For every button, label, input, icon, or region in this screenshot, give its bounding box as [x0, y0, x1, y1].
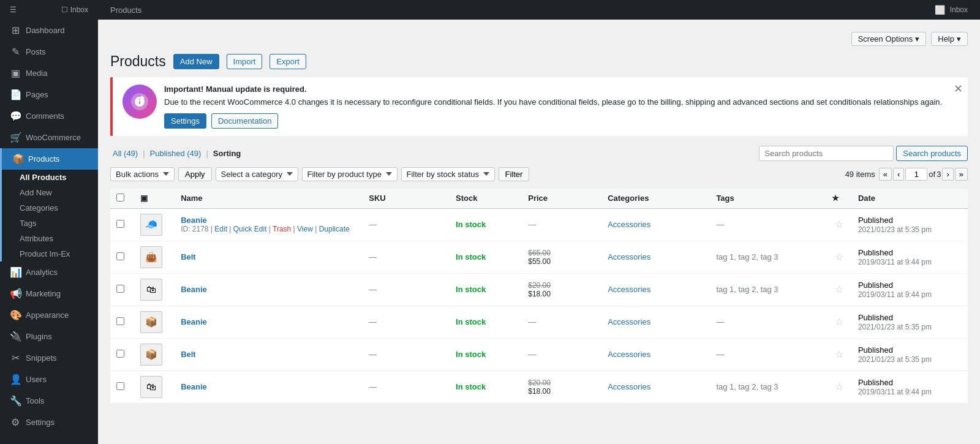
row-checkbox[interactable]: [116, 252, 124, 260]
products-table-body: 🧢Beanie ID: 2178 | Edit | Quick Edit | T…: [110, 208, 968, 403]
notice-close-button[interactable]: ✕: [954, 82, 963, 96]
category-select[interactable]: Select a category: [216, 167, 298, 181]
sidebar-item-dashboard[interactable]: ⊞ Dashboard: [0, 20, 98, 41]
product-category-link[interactable]: Accessories: [608, 317, 650, 326]
sidebar-item-marketing[interactable]: 📢 Marketing: [0, 283, 98, 304]
sidebar-item-appearance[interactable]: 🎨 Appearance: [0, 304, 98, 326]
product-name-link[interactable]: Beanie: [181, 382, 207, 391]
quick-edit-link[interactable]: Quick Edit: [233, 225, 267, 233]
sidebar-sub-item-all-products[interactable]: All Products: [0, 170, 98, 185]
product-name-link[interactable]: Beanie: [181, 317, 207, 326]
sidebar-item-analytics[interactable]: 📊 Analytics: [0, 262, 98, 283]
chevron-down-icon: ▾: [915, 34, 919, 43]
sidebar-item-products[interactable]: 📦 Products: [0, 148, 98, 170]
bulk-actions-select[interactable]: Bulk actions: [110, 167, 175, 181]
select-all-checkbox[interactable]: [116, 194, 124, 201]
product-category-link[interactable]: Accessories: [608, 252, 650, 262]
screen-options-button[interactable]: Screen Options ▾: [851, 32, 927, 46]
product-category-link[interactable]: Accessories: [608, 220, 650, 229]
search-button[interactable]: Search products: [896, 146, 968, 161]
inbox-button[interactable]: ☐ Inbox: [61, 6, 88, 14]
product-name-link[interactable]: Beanie: [181, 285, 207, 294]
add-new-button[interactable]: Add New: [173, 54, 219, 69]
sidebar-sub-item-product-im-ex[interactable]: Product Im-Ex: [0, 246, 98, 262]
sidebar-item-pages[interactable]: 📄 Pages: [0, 84, 98, 105]
sidebar-sub-item-tags[interactable]: Tags: [0, 216, 98, 231]
page-number-input[interactable]: [905, 168, 927, 181]
col-name-header[interactable]: Name: [175, 189, 363, 209]
tab-published[interactable]: Published (49): [148, 149, 204, 158]
product-price-sale: $18.00: [528, 290, 595, 298]
product-name-link[interactable]: Belt: [181, 252, 196, 262]
trash-link[interactable]: Trash: [273, 225, 291, 233]
product-category-link[interactable]: Accessories: [608, 382, 650, 391]
product-tags: tag 1, tag 2, tag 3: [716, 252, 778, 262]
table-header-row: ▣ Name SKU Stock Price Categories Tags ★…: [110, 189, 968, 209]
sidebar-item-comments[interactable]: 💬 Comments: [0, 105, 98, 127]
product-price-sale: $18.00: [528, 387, 595, 396]
row-checkbox[interactable]: [116, 350, 124, 358]
view-link[interactable]: View: [297, 225, 313, 233]
featured-star[interactable]: ☆: [835, 349, 843, 359]
row-checkbox[interactable]: [116, 382, 124, 390]
notice-settings-button[interactable]: Settings: [164, 113, 206, 129]
tab-all[interactable]: All (49): [110, 149, 140, 158]
featured-star[interactable]: ☆: [835, 284, 843, 295]
edit-link[interactable]: Edit: [214, 225, 227, 233]
prev-page-button[interactable]: ‹: [893, 168, 904, 181]
col-price-header[interactable]: Price: [522, 189, 601, 209]
row-checkbox[interactable]: [116, 317, 124, 325]
product-name-link[interactable]: Beanie: [181, 216, 207, 225]
featured-star[interactable]: ☆: [835, 382, 843, 392]
product-date: 2021/01/23 at 5:35 pm: [858, 323, 932, 331]
product-category-link[interactable]: Accessories: [608, 285, 650, 294]
sidebar-item-tools[interactable]: 🔧 Tools: [0, 390, 98, 412]
product-name-link[interactable]: Belt: [181, 350, 196, 359]
marketing-icon: 📢: [10, 288, 21, 299]
notice-docs-button[interactable]: Documentation: [211, 113, 278, 129]
sidebar-sub-item-attributes[interactable]: Attributes: [0, 231, 98, 246]
sidebar-item-plugins[interactable]: 🔌 Plugins: [0, 326, 98, 347]
product-stock: In stock: [456, 350, 486, 359]
col-stock-header[interactable]: Stock: [450, 189, 522, 209]
sidebar-item-settings[interactable]: ⚙ Settings: [0, 412, 98, 433]
col-date-header[interactable]: Date: [852, 189, 968, 209]
sidebar-sub-item-add-new[interactable]: Add New: [0, 185, 98, 200]
sidebar-item-users[interactable]: 👤 Users: [0, 369, 98, 390]
product-thumbnail: 🛍: [140, 376, 162, 398]
search-input[interactable]: [759, 146, 894, 161]
notice-actions: Settings Documentation: [164, 113, 943, 129]
export-button[interactable]: Export: [270, 54, 306, 69]
row-checkbox[interactable]: [116, 285, 124, 293]
first-page-button[interactable]: «: [879, 168, 892, 181]
product-price: —: [528, 350, 536, 359]
product-category-link[interactable]: Accessories: [608, 350, 650, 359]
col-tags-header[interactable]: Tags: [710, 189, 826, 209]
sidebar-item-snippets[interactable]: ✂ Snippets: [0, 347, 98, 369]
tab-sorting[interactable]: Sorting: [211, 149, 244, 158]
filter-button[interactable]: Filter: [499, 167, 530, 181]
col-sku-header[interactable]: SKU: [363, 189, 450, 209]
featured-star[interactable]: ☆: [835, 252, 843, 262]
duplicate-link[interactable]: Duplicate: [319, 225, 350, 233]
featured-star[interactable]: ☆: [835, 219, 843, 230]
import-button[interactable]: Import: [227, 54, 263, 69]
product-status: Published: [858, 345, 893, 355]
product-stock: In stock: [456, 285, 486, 294]
row-checkbox[interactable]: [116, 220, 124, 228]
sidebar-item-woocommerce[interactable]: 🛒 WooCommerce: [0, 127, 98, 148]
product-date: 2019/03/11 at 9:44 pm: [858, 388, 932, 396]
last-page-button[interactable]: »: [955, 168, 968, 181]
stock-status-select[interactable]: Filter by stock status: [401, 167, 495, 181]
next-page-button[interactable]: ›: [942, 168, 953, 181]
col-checkbox: [110, 189, 134, 209]
help-button[interactable]: Help ▾: [931, 32, 968, 46]
sidebar-sub-item-categories[interactable]: Categories: [0, 200, 98, 216]
featured-star[interactable]: ☆: [835, 317, 843, 327]
product-type-select[interactable]: Filter by product type: [302, 167, 398, 181]
apply-button[interactable]: Apply: [178, 167, 212, 181]
col-categories-header[interactable]: Categories: [601, 189, 710, 209]
sidebar-item-posts[interactable]: ✎ Posts: [0, 41, 98, 62]
sidebar-item-media[interactable]: ▣ Media: [0, 62, 98, 84]
filters-row: Bulk actions Apply Select a category Fil…: [110, 167, 968, 181]
